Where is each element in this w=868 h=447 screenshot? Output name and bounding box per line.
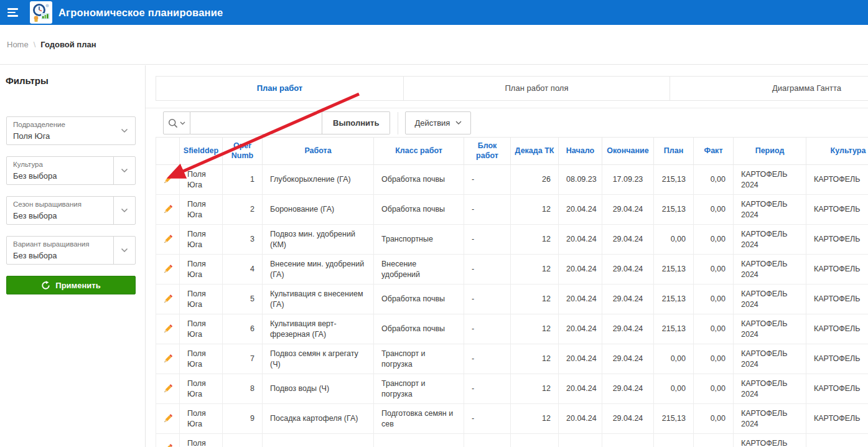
filter-select[interactable]: Подразделение Поля Юга — [6, 116, 136, 145]
edit-row-button[interactable] — [160, 410, 176, 426]
edit-cell — [156, 285, 180, 314]
cell-oper-numb: 3 — [223, 225, 263, 255]
edit-row-button[interactable] — [160, 380, 176, 397]
cell-okonchanie: 29.04.24 — [602, 404, 654, 434]
column-header[interactable]: Блок работ — [464, 138, 511, 165]
cell-period: КАРТОФЕЛЬ 2024 — [734, 225, 806, 255]
cell-oper-numb: 6 — [223, 314, 263, 344]
cell-klass-rabot: Транспорт и погрузка — [374, 374, 464, 404]
cell-dekada-tk: 12 — [511, 255, 559, 285]
edit-row-button[interactable] — [160, 321, 176, 337]
cell-oper-numb: 9 — [223, 404, 263, 434]
column-header[interactable]: План — [654, 138, 694, 165]
edit-row-button[interactable] — [160, 201, 176, 217]
cell-fakt: 0,00 — [694, 255, 734, 285]
table-row: Поля Юга 7 Подвоз семян к агрегату (Ч) Т… — [156, 344, 868, 374]
cell-dekada-tk: 26 — [511, 165, 559, 195]
cell-blok-rabot: - — [464, 344, 511, 374]
tab-label: Диаграмма Гантта — [772, 83, 841, 93]
table-row: Поля Юга 2 Боронование (ГА) Обработка по… — [156, 195, 868, 225]
cell-oper-numb: 5 — [223, 285, 263, 314]
tab[interactable]: План работ поля — [403, 77, 670, 100]
filter-label: Культура — [13, 161, 43, 168]
cell-blok-rabot: - — [464, 285, 511, 314]
column-header[interactable]: Oper Numb — [223, 138, 263, 165]
search-icon — [168, 118, 178, 128]
apply-button[interactable]: Применить — [6, 276, 136, 294]
cell-blok-rabot: - — [464, 195, 511, 225]
column-header[interactable]: Факт — [694, 138, 734, 165]
cell-kultura: КАРТОФЕЛЬ — [806, 225, 868, 255]
filter-select[interactable]: Сезон выращивания Без выбора — [6, 196, 136, 225]
edit-row-button[interactable] — [160, 231, 176, 247]
cell-plan — [654, 434, 694, 447]
chevron-down-icon[interactable] — [113, 237, 135, 264]
cell-oper-numb: 1 — [223, 165, 263, 195]
edit-cell — [156, 195, 180, 225]
tab-label: План работ — [257, 83, 302, 93]
cell-plan: 215,13 — [654, 255, 694, 285]
column-header[interactable]: Культура — [806, 138, 868, 165]
cell-sfielddep: Поля Юга — [180, 434, 223, 447]
cell-oper-numb: 4 — [223, 255, 263, 285]
pencil-icon — [162, 353, 174, 364]
app-title: Агрономическое планирование — [58, 7, 223, 19]
chevron-down-icon[interactable] — [113, 157, 135, 184]
table-row: Поля Юга 9 Посадка картофеля (ГА) Подгот… — [156, 404, 868, 434]
column-header[interactable]: Начало — [559, 138, 602, 165]
actions-menu-label: Действия — [414, 118, 450, 128]
cell-period: КАРТОФЕЛЬ 2024 — [734, 195, 806, 225]
column-header[interactable]: Декада ТК — [511, 138, 559, 165]
cell-nachalo: 20.04.24 — [559, 404, 602, 434]
cell-okonchanie: 29.04.24 — [602, 314, 654, 344]
column-header[interactable]: Период — [734, 138, 806, 165]
cell-klass-rabot: Транспорт и погрузка — [374, 344, 464, 374]
cell-sfielddep: Поля Юга — [180, 404, 223, 434]
cell-blok-rabot — [464, 434, 511, 447]
edit-row-button[interactable] — [160, 351, 176, 367]
cell-dekada-tk: 12 — [511, 404, 559, 434]
search-input[interactable] — [190, 111, 322, 134]
filter-value: Без выбора — [13, 251, 57, 260]
cell-kultura: КАРТОФЕЛЬ — [806, 374, 868, 404]
search-options-button[interactable] — [163, 111, 190, 134]
edit-row-button[interactable] — [160, 291, 176, 307]
edit-row-button[interactable] — [160, 171, 176, 187]
tab[interactable]: Диаграмма Гантта — [670, 77, 868, 100]
cell-nachalo: 20.04.24 — [559, 225, 602, 255]
filter-select[interactable]: Вариант выращивания Без выбора — [6, 236, 136, 265]
column-header[interactable]: Sfielddep — [180, 138, 223, 165]
edit-row-button[interactable] — [160, 261, 176, 277]
cell-rabota: Подвоз семян к агрегату (Ч) — [263, 344, 374, 374]
filter-select[interactable]: Культура Без выбора — [6, 156, 136, 185]
filter-label: Сезон выращивания — [13, 200, 82, 208]
breadcrumb-home-link[interactable]: Home — [7, 40, 29, 49]
edit-cell — [156, 434, 180, 447]
cell-fakt — [694, 434, 734, 447]
edit-cell — [156, 374, 180, 404]
edit-cell — [156, 344, 180, 374]
column-header[interactable]: Окончание — [602, 138, 654, 165]
execute-button[interactable]: Выполнить — [322, 111, 390, 134]
pencil-icon — [162, 413, 174, 424]
cell-nachalo: 20.04.24 — [559, 374, 602, 404]
cell-blok-rabot: - — [464, 374, 511, 404]
cell-plan: 215,13 — [654, 404, 694, 434]
column-header[interactable]: Класс работ — [374, 138, 464, 165]
cell-plan: 0,00 — [654, 344, 694, 374]
cell-blok-rabot: - — [464, 225, 511, 255]
cell-klass-rabot: Внесение удобрений — [374, 255, 464, 285]
edit-row-button[interactable] — [160, 440, 176, 447]
filter-value: Без выбора — [13, 171, 57, 181]
tab[interactable]: План работ — [156, 77, 403, 100]
chevron-down-icon[interactable] — [113, 117, 135, 144]
actions-menu-button[interactable]: Действия — [405, 111, 471, 134]
edit-cell — [156, 404, 180, 434]
edit-cell — [156, 314, 180, 344]
column-header[interactable]: Работа — [263, 138, 374, 165]
menu-icon[interactable] — [0, 0, 25, 25]
chevron-down-icon[interactable] — [113, 197, 135, 224]
cell-nachalo: 08.09.23 — [559, 165, 602, 195]
cell-period: КАРТОФЕЛЬ 2024 — [734, 255, 806, 285]
cell-period: КАРТОФЕЛЬ 2024 — [734, 434, 806, 447]
